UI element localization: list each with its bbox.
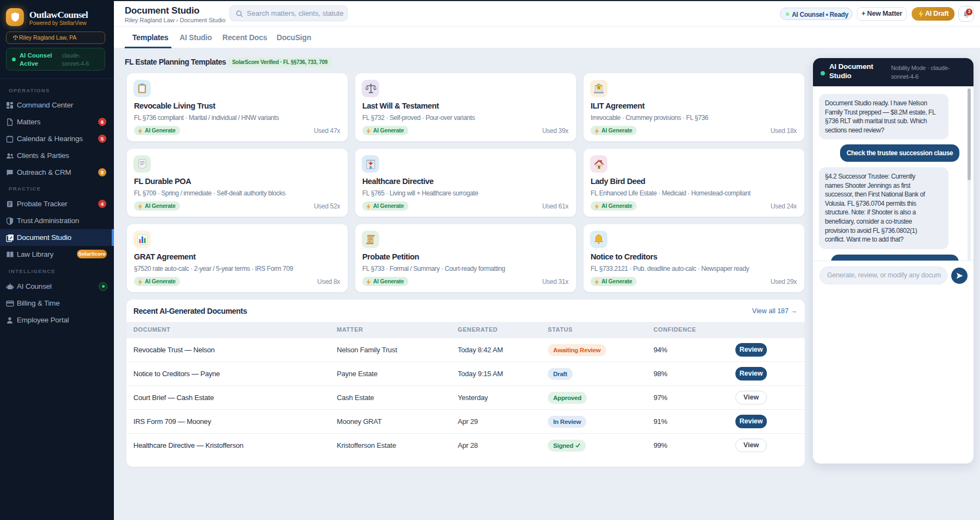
svg-text:$: $ <box>598 85 600 90</box>
